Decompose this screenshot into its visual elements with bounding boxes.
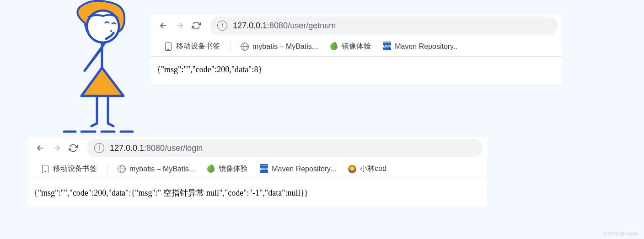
url-path: /user/login: [165, 143, 203, 153]
url-port: :8080: [144, 143, 165, 153]
globe-icon: [241, 42, 249, 51]
bookmark-mybatis[interactable]: mybatis – MyBatis...: [113, 163, 199, 175]
url-host: 127.0.0.1: [110, 143, 144, 153]
bookmark-xiaolin[interactable]: 小林cod: [343, 162, 391, 175]
bookmark-mirror[interactable]: 镜像体验: [325, 40, 376, 53]
globe-icon: [118, 165, 126, 173]
bookmark-label: 移动设备书签: [53, 164, 97, 174]
bookmarks-bar: 移动设备书签 mybatis – MyBatis... 镜像体验 MVN Mav…: [27, 159, 487, 179]
mvn-icon: MVN: [260, 165, 268, 173]
bookmark-label: Maven Repository...: [272, 165, 336, 173]
bookmark-maven[interactable]: MVN Maven Repository...: [255, 163, 341, 175]
bookmark-label: 小林cod: [360, 164, 386, 174]
bookmark-label: 镜像体验: [219, 164, 248, 174]
bookmark-maven[interactable]: MVN Maven Repository..: [378, 41, 462, 53]
leaf-icon: [207, 165, 215, 173]
nav-bar: i 127.0.0.1:8080/user/login: [27, 137, 487, 159]
site-info-icon[interactable]: i: [217, 21, 227, 31]
url-path: /user/getnum: [288, 21, 336, 31]
divider: [107, 164, 107, 174]
back-button[interactable]: [32, 140, 48, 156]
leaf-icon: [330, 42, 338, 51]
watermark: CSDN @sqyaa.: [604, 231, 639, 236]
cartoon-figure: [59, 0, 146, 137]
nav-bar: i 127.0.0.1:8080/user/getnum: [150, 15, 562, 37]
forward-button[interactable]: [48, 140, 65, 156]
bookmark-label: Maven Repository..: [395, 42, 457, 51]
mobile-icon: [164, 42, 172, 51]
bookmarks-bar: 移动设备书签 mybatis – MyBatis... 镜像体验 MVN Mav…: [150, 37, 562, 57]
bookmark-mybatis[interactable]: mybatis – MyBatis...: [236, 41, 322, 53]
avatar-icon: [348, 165, 356, 173]
svg-point-1: [110, 30, 112, 32]
reload-button[interactable]: [65, 140, 81, 156]
reload-button[interactable]: [188, 17, 204, 34]
bookmark-label: mybatis – MyBatis...: [252, 42, 318, 51]
site-info-icon[interactable]: i: [94, 143, 104, 153]
bookmark-label: 镜像体验: [342, 42, 371, 51]
page-content: {"msg":"","code":200,"data":{"msg":" 空指针…: [27, 179, 487, 207]
bookmark-label: 移动设备书签: [176, 42, 220, 51]
bookmark-mirror[interactable]: 镜像体验: [202, 162, 252, 175]
back-button[interactable]: [155, 17, 172, 34]
divider: [230, 42, 231, 52]
forward-button[interactable]: [172, 17, 188, 34]
svg-line-7: [108, 123, 113, 126]
mvn-icon: MVN: [383, 42, 391, 51]
bookmark-mobile[interactable]: 移动设备书签: [37, 162, 102, 175]
bookmark-mobile[interactable]: 移动设备书签: [160, 40, 225, 53]
page-content: {"msg":"","code":200,"data":8}: [150, 57, 562, 84]
address-bar[interactable]: i 127.0.0.1:8080/user/login: [87, 139, 483, 157]
browser-window-1: i 127.0.0.1:8080/user/getnum 移动设备书签 myba…: [150, 15, 562, 84]
browser-window-2: i 127.0.0.1:8080/user/login 移动设备书签 mybat…: [27, 137, 487, 207]
url-host: 127.0.0.1: [233, 21, 267, 31]
url-port: :8080: [267, 21, 288, 31]
address-bar[interactable]: i 127.0.0.1:8080/user/getnum: [210, 16, 558, 35]
svg-line-6: [91, 123, 97, 126]
mobile-icon: [41, 165, 49, 173]
bookmark-label: mybatis – MyBatis...: [129, 165, 195, 173]
